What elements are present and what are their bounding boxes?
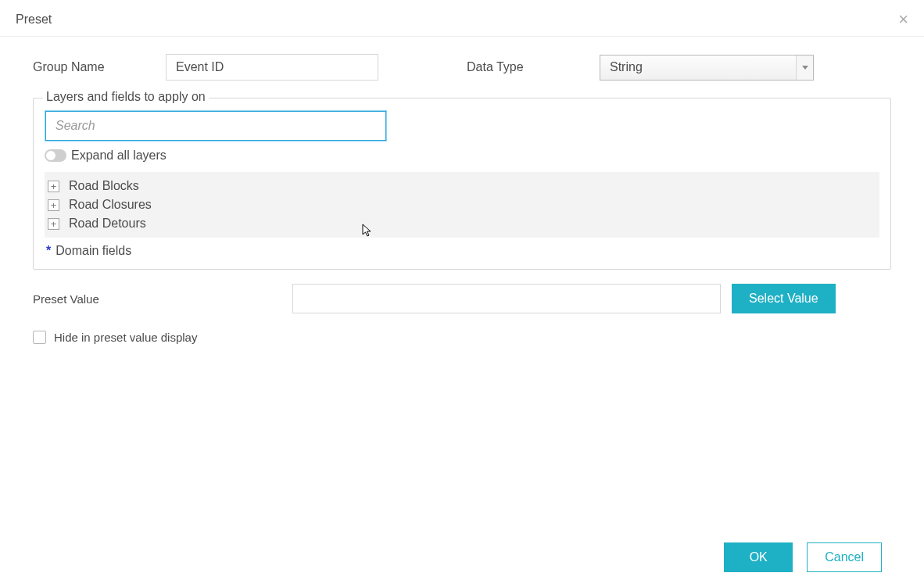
ok-button[interactable]: OK bbox=[724, 542, 793, 572]
plus-icon[interactable]: + bbox=[48, 218, 59, 230]
chevron-down-icon bbox=[796, 55, 813, 80]
preset-value-input[interactable] bbox=[292, 284, 721, 313]
layers-fieldset-legend: Layers and fields to apply on bbox=[43, 90, 209, 104]
hide-preset-row: Hide in preset value display bbox=[33, 331, 891, 344]
layer-item[interactable]: + Road Blocks bbox=[45, 177, 879, 195]
layer-list: + Road Blocks + Road Closures + Road Det… bbox=[45, 172, 879, 238]
expand-all-row: Expand all layers bbox=[45, 149, 879, 163]
expand-all-toggle[interactable] bbox=[45, 149, 66, 162]
expand-all-label: Expand all layers bbox=[71, 149, 167, 163]
select-value-button[interactable]: Select Value bbox=[732, 284, 836, 313]
layer-item[interactable]: + Road Detours bbox=[45, 214, 879, 233]
data-type-select[interactable]: String bbox=[600, 55, 814, 81]
cancel-button[interactable]: Cancel bbox=[807, 542, 882, 572]
plus-icon[interactable]: + bbox=[48, 199, 59, 211]
hide-preset-checkbox[interactable] bbox=[33, 331, 46, 344]
close-icon[interactable]: × bbox=[898, 11, 908, 28]
data-type-value: String bbox=[610, 60, 643, 74]
dialog-footer: OK Cancel bbox=[724, 542, 882, 572]
layer-item-label: Road Blocks bbox=[69, 179, 139, 193]
domain-fields-label: Domain fields bbox=[56, 244, 131, 258]
group-name-input[interactable] bbox=[166, 54, 378, 81]
domain-fields-note: * Domain fields bbox=[45, 244, 879, 258]
asterisk-icon: * bbox=[46, 244, 51, 258]
toggle-knob bbox=[46, 151, 56, 160]
layer-item-label: Road Detours bbox=[69, 217, 146, 231]
hide-preset-label: Hide in preset value display bbox=[54, 331, 197, 344]
plus-icon[interactable]: + bbox=[48, 181, 59, 192]
layer-item[interactable]: + Road Closures bbox=[45, 195, 879, 214]
group-name-label: Group Name bbox=[33, 60, 166, 74]
dialog-header: Preset × bbox=[0, 0, 924, 37]
preset-value-row: Preset Value Select Value bbox=[33, 284, 891, 313]
dialog-body: Group Name Data Type String Layers and f… bbox=[0, 37, 924, 344]
layer-item-label: Road Closures bbox=[69, 198, 152, 212]
preset-dialog: Preset × Group Name Data Type String Lay… bbox=[0, 0, 924, 580]
group-name-row: Group Name Data Type String bbox=[33, 54, 891, 81]
layers-fieldset: Layers and fields to apply on Expand all… bbox=[33, 98, 891, 270]
preset-value-label: Preset Value bbox=[33, 292, 292, 306]
search-input[interactable] bbox=[45, 111, 386, 141]
dialog-title: Preset bbox=[16, 13, 52, 27]
data-type-label: Data Type bbox=[467, 60, 600, 74]
